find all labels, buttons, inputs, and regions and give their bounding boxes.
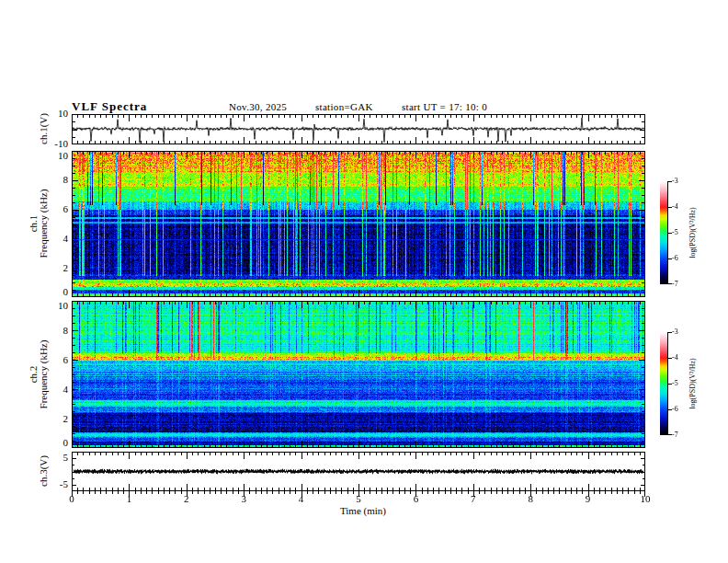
colorbar2-tick: -4 bbox=[672, 354, 678, 362]
ch2-spec-ytick: 6 bbox=[42, 355, 68, 365]
colorbar2-tick: -6 bbox=[672, 406, 678, 413]
ch1-wave-ymax: 10 bbox=[42, 109, 68, 119]
colorbar1-tick: -5 bbox=[672, 229, 678, 236]
ch2-spec-axis-line2: Frequency (kHz) bbox=[39, 340, 49, 409]
colorbar1-tick: -4 bbox=[672, 203, 678, 211]
ch3-wave-ymax: 5 bbox=[42, 453, 68, 463]
ch2-spec-ytick: 2 bbox=[42, 414, 68, 424]
x-tick-label: 7 bbox=[461, 494, 485, 504]
ch1-spec-ytick: 6 bbox=[42, 204, 68, 214]
colorbar1-tick: -3 bbox=[672, 178, 678, 185]
colorbar2-tick: -3 bbox=[672, 328, 678, 336]
colorbar1-tick: -6 bbox=[672, 255, 678, 262]
ch1-spec-ytick: 2 bbox=[42, 263, 68, 273]
colorbar-ch2 bbox=[660, 332, 673, 436]
ch3-waveform-plot bbox=[72, 452, 645, 491]
ch1-spec-ytick: 10 bbox=[42, 151, 68, 161]
ch1-spec-ytick: 4 bbox=[42, 234, 68, 244]
station-label: station=GAK bbox=[315, 101, 373, 112]
x-tick-label: 1 bbox=[117, 494, 141, 504]
vlf-spectra-page: VLF Spectra Nov.30, 2025 station=GAK sta… bbox=[0, 0, 728, 563]
time-axis-title: Time (min) bbox=[326, 505, 400, 516]
ch2-spec-ytick: 10 bbox=[42, 301, 68, 311]
ch3-wave-ymin: -5 bbox=[42, 479, 68, 489]
ch1-waveform-plot bbox=[72, 114, 645, 144]
x-tick-label: 3 bbox=[232, 494, 256, 504]
ch1-spec-ytick: 0 bbox=[42, 287, 68, 297]
x-tick-label: 9 bbox=[576, 494, 600, 504]
x-tick-label: 6 bbox=[404, 494, 427, 504]
start-ut-label: start UT = 17: 10: 0 bbox=[402, 101, 487, 112]
ch2-spec-ytick: 4 bbox=[42, 385, 68, 395]
colorbar2-tick: -7 bbox=[672, 431, 678, 439]
x-tick-label: 0 bbox=[60, 494, 84, 504]
colorbar1-unit-label: log(PSD)(V²/Hz) bbox=[688, 207, 697, 258]
x-tick-label: 4 bbox=[290, 494, 313, 504]
x-tick-label: 2 bbox=[175, 494, 199, 504]
ch2-spec-ytick: 8 bbox=[42, 326, 68, 336]
ch1-wave-ymin: -10 bbox=[42, 139, 68, 149]
colorbar1-tick: -7 bbox=[672, 281, 678, 288]
date-label: Nov.30, 2025 bbox=[229, 101, 287, 112]
page-title: VLF Spectra bbox=[72, 99, 147, 114]
x-tick-label: 10 bbox=[633, 494, 657, 504]
x-tick-label: 8 bbox=[518, 494, 542, 504]
ch2-spectrogram-plot bbox=[72, 301, 645, 448]
colorbar-ch1 bbox=[660, 181, 673, 285]
ch1-spec-ytick: 8 bbox=[42, 175, 68, 185]
colorbar2-tick: -5 bbox=[672, 380, 678, 387]
colorbar2-unit-label: log(PSD)(V²/Hz) bbox=[688, 358, 697, 408]
ch2-spec-ytick: 0 bbox=[42, 438, 68, 448]
ch1-spectrogram-plot bbox=[72, 151, 645, 297]
ch2-spec-axis-label: ch.2 Frequency (kHz) bbox=[28, 340, 49, 409]
x-tick-label: 5 bbox=[347, 494, 370, 504]
ch1-spec-axis-label: ch.1 Frequency (kHz) bbox=[28, 190, 49, 259]
ch1-spec-axis-line2: Frequency (kHz) bbox=[39, 190, 49, 259]
